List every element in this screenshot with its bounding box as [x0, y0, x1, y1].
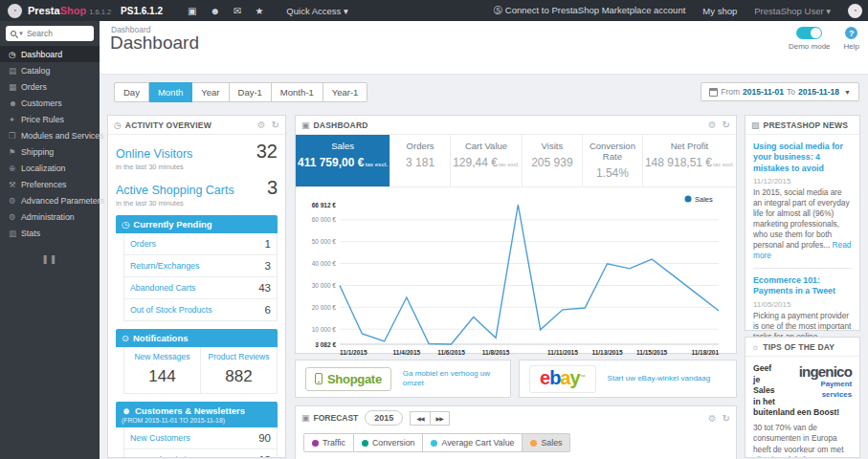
demo-mode-toggle[interactable] [796, 27, 822, 39]
date-filter-group: DayMonthYearDay-1Month-1Year-1 [114, 82, 367, 102]
panel-settings-icon[interactable]: ⚙ [257, 120, 266, 130]
activity-row[interactable]: Abandoned Carts 43 [124, 277, 277, 299]
forecast-legend-button[interactable]: Traffic [303, 433, 354, 452]
news-article-title[interactable]: Ecommerce 101: Payments in a Tweet [753, 275, 852, 297]
sidebar-item-modules-and-services[interactable]: ❒ Modules and Services [0, 127, 100, 143]
forecast-legend-button[interactable]: Conversion [354, 433, 424, 452]
kpi-tile[interactable]: Net Profit 148 918,51 €tax excl. [642, 135, 736, 186]
ebay-link[interactable]: Start uw eBay-winkel vandaag [608, 374, 711, 383]
kpi-tile[interactable]: Sales 411 759,00 €tax excl. [296, 135, 389, 186]
panel-settings-icon[interactable]: ⚙ [708, 120, 717, 130]
forecast-legend-button[interactable]: Sales [523, 433, 570, 452]
activity-row[interactable]: Orders 1 [124, 233, 277, 255]
ebay-banner[interactable]: ebay™ Start uw eBay-winkel vandaag [519, 360, 737, 398]
panel-settings-icon[interactable]: ⚙ [708, 413, 717, 424]
activity-row[interactable]: New Customers 90 [124, 427, 277, 449]
kpi-row: Sales 411 759,00 €tax excl. Orders 3 181… [296, 135, 736, 187]
sidebar-item-catalog[interactable]: ▤ Catalog [0, 62, 100, 78]
kpi-tile[interactable]: Cart Value 129,44 €tax excl. [450, 135, 522, 186]
news-panel-title: PRESTASHOP NEWS [764, 120, 854, 130]
online-visitors-sub: in the last 30 minutes [108, 163, 285, 171]
online-visitors-link[interactable]: Online Visitors [116, 147, 256, 161]
forecast-next-button[interactable]: ▶▶ [431, 411, 450, 426]
svg-text:40 000 €: 40 000 € [312, 260, 337, 267]
help-icon[interactable]: ? [845, 27, 857, 39]
forecast-prev-button[interactable]: ◀◀ [410, 411, 430, 426]
sales-line-chart: 3 082 €10 000 €20 000 €30 000 €40 000 €5… [301, 191, 728, 360]
sidebar-item-administration[interactable]: ⚙ Administration [0, 208, 100, 225]
trophy-icon[interactable]: ★ [255, 6, 263, 16]
kpi-tile[interactable]: Visits 205 939 [522, 135, 582, 186]
news-article-title[interactable]: Using social media for your business: 4 … [753, 142, 852, 174]
sidebar-search[interactable]: ▼ [6, 26, 94, 41]
calendar-icon [709, 88, 718, 97]
date-range-picker[interactable]: From 2015-11-01 To 2015-11-18 ▼ [701, 82, 859, 101]
shopgate-banner[interactable]: Shopgate Ga mobiel en verhoog uw omzet [295, 360, 511, 398]
activity-panel-title: ACTIVITY OVERVIEW [125, 120, 252, 130]
kpi-tile[interactable]: Conversion Rate 1.54% [582, 135, 642, 186]
date-filter-button[interactable]: Day-1 [230, 82, 272, 102]
activity-row[interactable]: Out of Stock Products 6 [124, 299, 277, 320]
notification-stat[interactable]: New Messages 144 [124, 347, 200, 393]
marketplace-connect-link[interactable]: Ⓢ Connect to PrestaShop Marketplace acco… [494, 5, 686, 17]
cart-icon: ▣ [301, 413, 310, 423]
sidebar-item-advanced-parameters[interactable]: ⚙ Advanced Parameters [0, 192, 100, 208]
shopgate-link[interactable]: Ga mobiel en verhoog uw omzet [403, 369, 501, 387]
notification-stat[interactable]: Product Reviews 882 [200, 347, 277, 393]
topbar-icons: ▣ ☻ ✉ ★ [188, 6, 263, 16]
cart-icon[interactable]: ▣ [188, 6, 196, 16]
my-shop-link[interactable]: My shop [702, 6, 737, 16]
forecast-year[interactable]: 2015 [365, 410, 403, 426]
sidebar-item-dashboard[interactable]: ◷ Dashboard [0, 46, 100, 62]
svg-text:30 000 €: 30 000 € [312, 282, 337, 289]
active-carts-link[interactable]: Active Shopping Carts [116, 184, 267, 197]
currently-pending-header: ◷Currently Pending [116, 215, 278, 233]
legend-dot-icon [312, 440, 319, 447]
shopgate-logo: Shopgate [305, 367, 391, 391]
user-avatar[interactable]: ◔ [848, 4, 862, 18]
sales-chart: 3 082 €10 000 €20 000 €30 000 €40 000 €5… [296, 187, 736, 363]
activity-row[interactable]: Return/Exchanges 3 [124, 255, 277, 277]
user-icon[interactable]: ☻ [210, 6, 220, 16]
kpi-tile[interactable]: Orders 3 181 [389, 135, 450, 186]
sidebar-item-stats[interactable]: ▥ Stats [0, 225, 100, 241]
search-input[interactable] [27, 29, 82, 38]
search-scope-caret-icon[interactable]: ▼ [18, 31, 24, 36]
tip-body: 30 tot 70% van de consumenten in Europa … [753, 423, 852, 458]
sidebar-item-localization[interactable]: ⊕ Localization [0, 160, 100, 176]
brand-version: 1.6.1.2 [89, 8, 111, 16]
customers-icon: ☻ [9, 98, 21, 108]
panel-refresh-icon[interactable]: ↻ [723, 413, 730, 424]
sidebar-item-preferences[interactable]: ⚒ Preferences [0, 176, 100, 192]
bell-icon: ⊙ [122, 333, 129, 343]
activity-row[interactable]: New Subscriptions 18 [124, 449, 277, 458]
date-filter-button[interactable]: Year [192, 82, 229, 102]
advanced-parameters-icon: ⚙ [9, 196, 21, 206]
modules-icon: ❒ [9, 131, 21, 141]
news-article-date: 11/12/2015 [753, 177, 852, 186]
chevron-down-icon: ▼ [844, 89, 851, 96]
date-filter-button[interactable]: Year-1 [323, 82, 368, 102]
panel-refresh-icon[interactable]: ↻ [723, 120, 730, 130]
page-title: Dashboard [110, 33, 199, 54]
lightbulb-icon: ☼ [751, 342, 759, 352]
shipping-icon: ⚑ [9, 147, 21, 157]
user-menu-dropdown[interactable]: PrestaShop User ▾ [754, 6, 831, 16]
tips-panel-title: TIPS OF THE DAY [763, 342, 854, 352]
sidebar-collapse-button[interactable]: ❚❚ [0, 254, 100, 264]
clock-icon: ◷ [114, 120, 122, 130]
sidebar-item-price-rules[interactable]: ✦ Price Rules [0, 111, 100, 127]
date-filter-button[interactable]: Month [149, 82, 192, 102]
svg-text:11/1/2015: 11/1/2015 [340, 349, 367, 356]
mail-icon[interactable]: ✉ [234, 6, 241, 16]
quick-access-dropdown[interactable]: Quick Access ▾ [286, 6, 347, 16]
active-carts-sub: in the last 30 minutes [108, 199, 285, 208]
sidebar-item-shipping[interactable]: ⚑ Shipping [0, 143, 100, 160]
panel-refresh-icon[interactable]: ↻ [272, 120, 279, 130]
forecast-legend-button[interactable]: Average Cart Value [423, 433, 523, 452]
date-filter-button[interactable]: Day [114, 82, 149, 102]
sidebar-item-customers[interactable]: ☻ Customers [0, 95, 100, 111]
sidebar-item-orders[interactable]: ▦ Orders [0, 78, 100, 95]
catalog-icon: ▤ [9, 66, 21, 76]
date-filter-button[interactable]: Month-1 [272, 82, 323, 102]
